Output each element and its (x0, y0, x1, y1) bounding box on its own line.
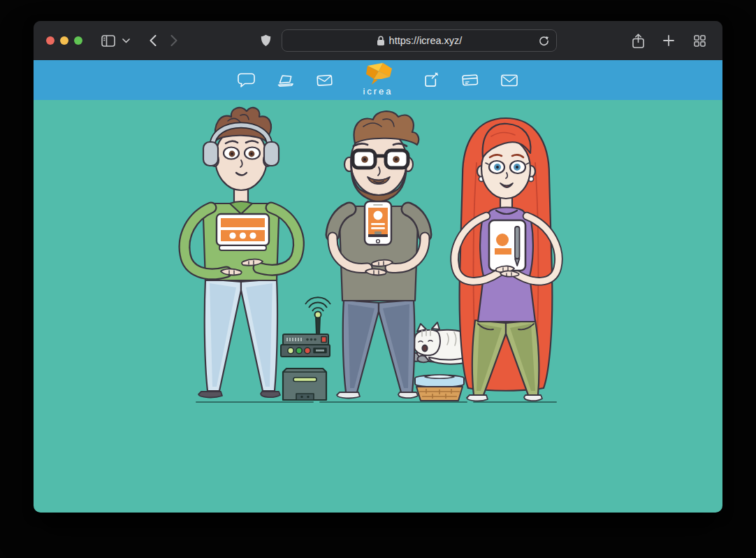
nav-contact-link[interactable] (500, 71, 518, 90)
privacy-report-button[interactable] (255, 30, 276, 51)
chat-bubble-icon (238, 72, 256, 88)
nav-payments-link[interactable] (461, 71, 479, 90)
cat-basket (415, 375, 464, 401)
shield-icon (261, 34, 271, 47)
woman-with-tablet (455, 118, 559, 401)
chevron-back-icon (150, 35, 157, 46)
window-controls (46, 36, 82, 45)
nav-notes-link[interactable] (422, 71, 440, 90)
back-button[interactable] (143, 30, 163, 51)
nav-portfolio-link[interactable] (316, 71, 334, 90)
sidebar-icon (101, 35, 115, 47)
forward-button[interactable] (163, 30, 184, 51)
speaker-box (283, 369, 326, 400)
minimize-window-button[interactable] (60, 36, 68, 45)
mail-icon (500, 73, 518, 87)
radio-device (217, 214, 269, 250)
browser-window: https://icrea.xyz/ (34, 21, 722, 513)
zoom-window-button[interactable] (74, 36, 82, 45)
man-with-glasses (333, 111, 425, 398)
chevron-down-icon (122, 38, 130, 43)
site-logo[interactable]: icrea (358, 62, 398, 96)
url-text: https://icrea.xyz/ (389, 35, 463, 46)
share-button[interactable] (627, 30, 648, 51)
notes-icon (423, 72, 439, 89)
logo-text: icrea (363, 86, 393, 96)
tab-group-dropdown-button[interactable] (119, 30, 133, 51)
tablet (489, 220, 525, 271)
nav-laptop-link[interactable] (277, 71, 295, 90)
nav-chat-link[interactable] (238, 71, 256, 90)
share-icon (632, 34, 644, 48)
sidebar-toggle-button[interactable] (98, 30, 119, 51)
smartphone (365, 201, 391, 245)
close-window-button[interactable] (46, 36, 54, 45)
tab-overview-icon (694, 35, 706, 47)
reload-icon (539, 36, 549, 46)
browser-toolbar: https://icrea.xyz/ (34, 21, 722, 60)
site-navbar: icrea (34, 60, 722, 100)
lock-icon (377, 36, 385, 46)
hero-illustration (34, 100, 722, 513)
new-tab-button[interactable] (658, 30, 679, 51)
laptop-icon (277, 73, 295, 88)
tab-overview-button[interactable] (689, 30, 710, 51)
reload-button[interactable] (536, 33, 551, 48)
chevron-forward-icon (170, 35, 177, 46)
logo-icon (363, 62, 393, 85)
portfolio-icon (316, 73, 334, 87)
address-bar[interactable]: https://icrea.xyz/ (282, 29, 557, 52)
page-content (34, 100, 722, 513)
plus-icon (663, 35, 674, 46)
bank-card-icon (461, 73, 479, 87)
wifi-router (281, 297, 330, 357)
